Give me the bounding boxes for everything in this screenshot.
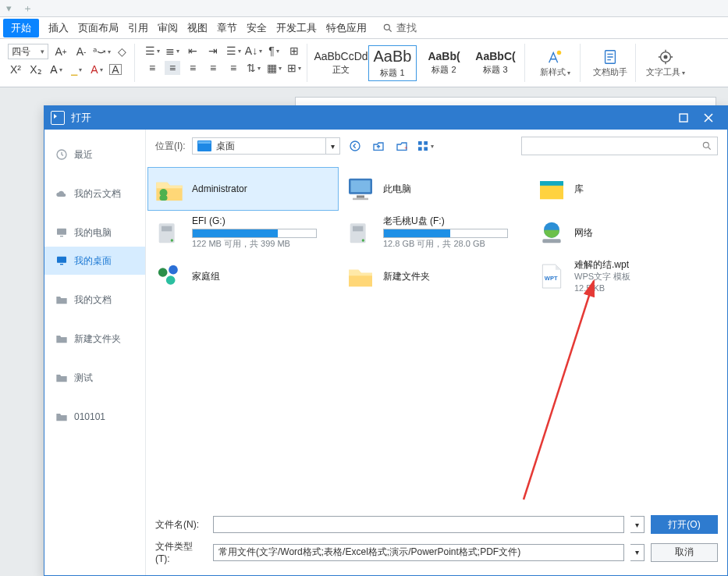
style-preview: AaBb( — [428, 50, 460, 62]
search-box[interactable] — [521, 137, 718, 155]
sidebar-item-desktop[interactable]: 我的桌面 — [44, 247, 145, 275]
highlight-btn[interactable]: ⎯▾ — [69, 62, 84, 76]
svg-point-36 — [169, 265, 178, 275]
menu-search[interactable]: 查找 — [382, 21, 417, 35]
menu-chapter[interactable]: 章节 — [217, 21, 237, 35]
subscript-btn[interactable]: X₂ — [28, 62, 44, 76]
style-heading1[interactable]: AaBb 标题 1 — [368, 45, 417, 81]
back-button[interactable] — [346, 137, 364, 155]
style-preview: AaBbCcDd — [314, 50, 368, 62]
desktop-icon — [55, 254, 68, 267]
svg-point-37 — [166, 276, 176, 285]
indent-right-btn[interactable]: ⇥ — [205, 44, 221, 58]
file-item-efi-drive[interactable]: EFI (G:) 122 MB 可用，共 399 MB — [147, 211, 339, 254]
sidebar-item-newfolder[interactable]: 新建文件夹 — [44, 325, 145, 353]
dialog-main: 位置(I): 桌面 ▾ + ▾ — [146, 130, 727, 575]
menu-insert[interactable]: 插入 — [48, 21, 69, 35]
filename-dropdown[interactable]: ▾ — [630, 516, 645, 533]
svg-rect-25 — [353, 198, 368, 200]
menu-dev-tools[interactable]: 开发工具 — [276, 21, 317, 35]
menu-references[interactable]: 引用 — [128, 21, 148, 35]
sidebar-item-test[interactable]: 测试 — [44, 364, 145, 392]
align-center-btn[interactable]: ≡ — [165, 61, 180, 75]
file-item-thispc[interactable]: 此电脑 — [339, 167, 530, 211]
sidebar-item-010101[interactable]: 010101 — [44, 403, 145, 431]
location-dropdown[interactable]: ▾ — [326, 137, 340, 155]
text-tool-btn[interactable]: 文字工具▾ — [645, 44, 686, 82]
svg-rect-21 — [160, 195, 168, 201]
drive-icon — [344, 216, 377, 249]
line-spacing-btn[interactable]: ☰▾ — [226, 44, 241, 58]
location-select[interactable]: 桌面 — [192, 137, 326, 155]
indent-left-btn[interactable]: ⇤ — [185, 44, 201, 58]
cancel-button[interactable]: 取消 — [651, 543, 718, 562]
file-item-usb-drive[interactable]: 老毛桃U盘 (F:) 12.8 GB 可用，共 28.0 GB — [339, 211, 530, 254]
open-button-label: 打开(O) — [668, 518, 700, 532]
font-size-select[interactable]: 四号 ▾ — [8, 44, 48, 59]
font-color-btn[interactable]: A▾ — [89, 62, 105, 76]
text-tool-label: 文字工具▾ — [646, 66, 685, 78]
new-tab-icon[interactable]: ＋ — [23, 2, 33, 16]
tab-dropdown-icon[interactable]: ▾ — [6, 2, 12, 14]
file-item-library[interactable]: 库 — [530, 167, 721, 211]
menu-review[interactable]: 审阅 — [158, 21, 178, 35]
numbering-btn[interactable]: ≣▾ — [165, 44, 180, 58]
char-shading-btn[interactable]: A — [109, 64, 122, 75]
style-label: 标题 3 — [483, 64, 507, 76]
new-style-btn[interactable]: 新样式▾ — [534, 44, 575, 82]
sidebar-item-cloud[interactable]: 我的云文档 — [44, 180, 145, 208]
align-right-btn[interactable]: ≡ — [185, 61, 201, 75]
new-folder-button[interactable]: + — [393, 137, 410, 155]
change-case-btn[interactable]: ᵃ⤻▾ — [94, 44, 109, 59]
shading-btn[interactable]: ▦▾ — [266, 61, 282, 75]
filetype-select[interactable]: 常用文件(文字/Word格式;表格/Excel格式;演示/PowerPoint格… — [213, 544, 624, 561]
bullets-btn[interactable]: ☰▾ — [144, 44, 160, 58]
menu-bar: 开始 插入 页面布局 引用 审阅 视图 章节 安全 开发工具 特色应用 查找 — [0, 17, 728, 39]
sidebar-label: 新建文件夹 — [74, 332, 121, 346]
file-name: 老毛桃U盘 (F:) — [383, 215, 508, 227]
ribbon: 四号 ▾ A+ A- ᵃ⤻▾ ◇ X² X₂ A▾ ⎯▾ A▾ A ☰▾ ≣▾ … — [0, 39, 728, 87]
text-effects-btn[interactable]: A▾ — [48, 62, 64, 76]
sort-btn[interactable]: A↓▾ — [246, 44, 261, 58]
sidebar-label: 我的云文档 — [74, 187, 121, 201]
menu-view[interactable]: 视图 — [187, 21, 208, 35]
menu-start[interactable]: 开始 — [3, 19, 39, 37]
file-name: EFI (G:) — [192, 215, 317, 227]
up-button[interactable] — [370, 137, 387, 155]
maximize-button[interactable] — [671, 106, 696, 130]
tab-stops-btn[interactable]: ⊞ — [286, 44, 302, 58]
doc-assist-btn[interactable]: 文档助手 — [590, 44, 630, 82]
align-left-btn[interactable]: ≡ — [144, 61, 160, 75]
file-item-homegroup[interactable]: 家庭组 — [147, 254, 339, 298]
sidebar-item-mypc[interactable]: 我的电脑 — [44, 219, 145, 247]
file-item-network[interactable]: 网络 — [530, 211, 721, 254]
file-item-wpt[interactable]: WPT 难解的结.wpt WPS文字 模板 12.5 KB — [530, 254, 721, 298]
folder-icon — [55, 411, 68, 423]
filename-input[interactable] — [213, 516, 624, 533]
borders-btn[interactable]: ⊞▾ — [286, 61, 302, 75]
superscript-btn[interactable]: X² — [8, 62, 23, 76]
file-item-newfolder[interactable]: 新建文件夹 — [339, 254, 530, 298]
view-button[interactable]: ▾ — [417, 137, 434, 155]
open-button[interactable]: 打开(O) — [651, 515, 718, 534]
style-heading2[interactable]: AaBb( 标题 2 — [420, 45, 468, 81]
menu-special[interactable]: 特色应用 — [326, 21, 367, 35]
filetype-dropdown[interactable]: ▾ — [630, 544, 645, 561]
increase-font-btn[interactable]: A+ — [53, 44, 69, 59]
sidebar-item-mydocs[interactable]: 我的文档 — [44, 286, 145, 314]
style-normal[interactable]: AaBbCcDd 正文 — [317, 45, 365, 81]
show-marks-btn[interactable]: ¶▾ — [266, 44, 282, 58]
new-style-label: 新样式▾ — [540, 66, 570, 78]
close-button[interactable] — [696, 106, 721, 130]
decrease-font-btn[interactable]: A- — [73, 44, 89, 59]
sidebar-item-recent[interactable]: 最近 — [44, 140, 145, 169]
menu-page-layout[interactable]: 页面布局 — [78, 21, 119, 35]
align-justify-btn[interactable]: ≡ — [205, 61, 221, 75]
para-spacing-btn[interactable]: ⇅▾ — [246, 61, 261, 75]
distribute-btn[interactable]: ≡ — [226, 61, 241, 75]
clear-format-btn[interactable]: ◇ — [114, 44, 130, 59]
style-heading3[interactable]: AaBbC( 标题 3 — [471, 45, 520, 81]
menu-security[interactable]: 安全 — [247, 21, 267, 35]
file-item-administrator[interactable]: Administrator — [147, 167, 339, 211]
pc-icon — [55, 226, 68, 239]
